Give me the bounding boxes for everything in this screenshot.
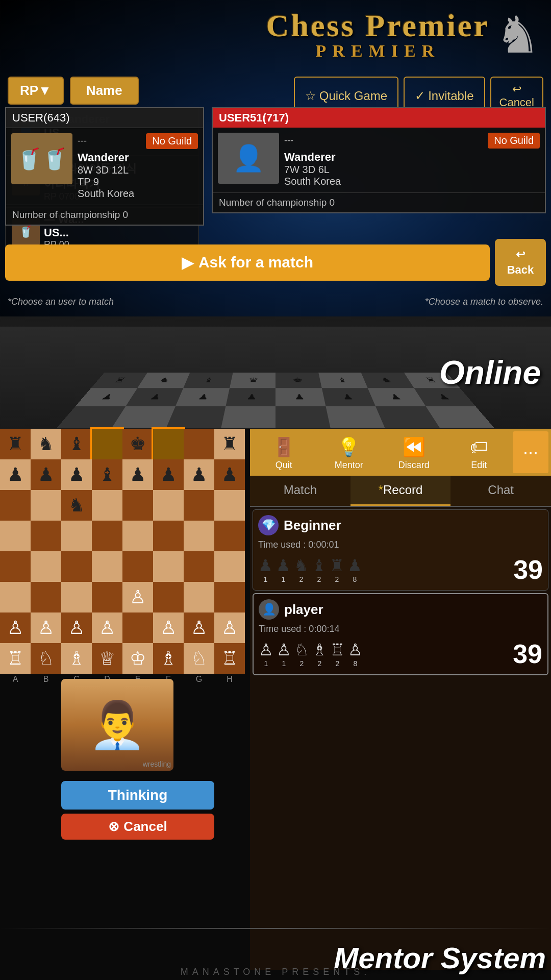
chess-cell-highlight[interactable] (92, 429, 122, 459)
back-button[interactable]: ↩ Back (495, 239, 546, 286)
chess-cell[interactable]: ♙ (0, 612, 31, 643)
ask-match-button[interactable]: ▶ Ask for a match (5, 244, 490, 281)
chess-cell[interactable] (214, 490, 245, 521)
chess-cell[interactable]: ♞ (31, 429, 61, 459)
player-score: 39 (513, 639, 542, 669)
chess-cell[interactable]: ♟ (61, 459, 92, 490)
chess-cell[interactable] (122, 521, 153, 551)
chess-cell[interactable] (92, 521, 122, 551)
chess-cell[interactable]: ♟ (122, 459, 153, 490)
name-filter-button[interactable]: Name (70, 77, 139, 105)
chess-cell[interactable] (92, 490, 122, 521)
chess-cell[interactable]: ♘ (184, 643, 214, 674)
championship-count-left: Number of championship 0 (6, 205, 203, 225)
thinking-cancel-area: Thinking ⊗ Cancel (61, 781, 214, 840)
chess-cell[interactable] (122, 612, 153, 643)
thinking-indicator: Thinking (61, 781, 214, 810)
chess-cell[interactable]: ♙ (122, 582, 153, 612)
chess-cell[interactable]: ♖ (214, 643, 245, 674)
chess-cell[interactable] (184, 490, 214, 521)
chess-cell[interactable]: ♟ (153, 459, 184, 490)
middle-board-section: ♜ ♞ ♝ ♛ ♚ ♝ ♞ ♜ ♟ ♟ ♟ ♟ ♟ ♟ ♟ ♟ Onli (0, 316, 551, 429)
chess-cell[interactable]: ♟ (214, 459, 245, 490)
chess-board[interactable]: ♜ ♞ ♝ ♚ ♜ ♟ ♟ ♟ ♝ ♟ ♟ ♟ ♟ ♞ (0, 429, 245, 674)
chess-cell[interactable] (153, 551, 184, 582)
chess-cell[interactable] (61, 551, 92, 582)
chess-cell[interactable]: ♘ (31, 643, 61, 674)
check-icon: ✓ (415, 89, 425, 103)
chess-cell[interactable] (61, 582, 92, 612)
chess-cell[interactable] (184, 521, 214, 551)
chess-cell[interactable]: ♗ (61, 643, 92, 674)
chess-cell[interactable]: ♝ (92, 459, 122, 490)
chess-cell[interactable] (184, 551, 214, 582)
undo-icon: ↩ (512, 83, 521, 96)
separator-line (0, 928, 551, 929)
chess-cell[interactable]: ♗ (153, 643, 184, 674)
edit-button[interactable]: 🏷 Edit (448, 431, 511, 473)
chess-cell[interactable]: ♙ (153, 612, 184, 643)
star-icon: ☆ (305, 89, 316, 103)
chess-cell[interactable]: ♚ (122, 429, 153, 459)
chess-cell[interactable]: ♜ (214, 429, 245, 459)
chess-cell[interactable] (0, 551, 31, 582)
chess-cell[interactable] (92, 551, 122, 582)
tab-chat[interactable]: Chat (450, 476, 551, 506)
cancel-game-button[interactable]: ⊗ Cancel (61, 814, 214, 840)
chess-cell[interactable] (61, 521, 92, 551)
chess-cell[interactable] (0, 582, 31, 612)
chess-cell[interactable] (31, 551, 61, 582)
chess-cell[interactable]: ♞ (61, 490, 92, 521)
enemy-time: Time used : 0:00:01 (258, 540, 543, 550)
chess-cell[interactable]: ♔ (122, 643, 153, 674)
chess-cell[interactable]: ♙ (184, 612, 214, 643)
chess-cell[interactable] (214, 521, 245, 551)
cancel-icon: ⊗ (108, 819, 119, 835)
hint-left: *Choose an user to match (8, 297, 114, 307)
discard-button[interactable]: ⏪ Discard (383, 431, 445, 473)
tab-match[interactable]: Match (250, 476, 350, 506)
chess-cell[interactable]: ♕ (92, 643, 122, 674)
chess-cell[interactable] (153, 521, 184, 551)
championship-count-right: Number of championship 0 (213, 192, 545, 212)
chess-cell[interactable] (0, 490, 31, 521)
chess-cell[interactable] (184, 429, 214, 459)
chess-cell[interactable]: ♟ (31, 459, 61, 490)
chess-cell[interactable] (153, 490, 184, 521)
chess-cell[interactable] (122, 490, 153, 521)
quit-button[interactable]: 🚪 Quit (253, 431, 315, 473)
chess-cell[interactable] (214, 582, 245, 612)
chess-cell[interactable]: ♙ (31, 612, 61, 643)
chess-cell-highlight[interactable] (153, 429, 184, 459)
player-name: player (284, 602, 323, 618)
tab-record[interactable]: *Record (350, 476, 451, 506)
enemy-score-panel: 💎 Beginner Time used : 0:00:01 ♟1 ♟1 ♞2 (253, 509, 548, 591)
chess-cell[interactable] (31, 490, 61, 521)
chess-cell[interactable] (153, 582, 184, 612)
rp-filter-button[interactable]: RP▼ (8, 77, 64, 105)
chess-cell[interactable] (122, 551, 153, 582)
chess-cell[interactable]: ♙ (214, 612, 245, 643)
game-toolbar: 🚪 Quit 💡 Mentor ⏪ Discard 🏷 Edit ··· (250, 429, 551, 476)
chess-cell[interactable] (31, 521, 61, 551)
chess-cell[interactable]: ♙ (92, 612, 122, 643)
chess-cell[interactable]: ♟ (184, 459, 214, 490)
chess-cell[interactable]: ♙ (61, 612, 92, 643)
mentor-button[interactable]: 💡 Mentor (318, 431, 381, 473)
chess-board-container: ♜ ♞ ♝ ♚ ♜ ♟ ♟ ♟ ♝ ♟ ♟ ♟ ♟ ♞ (0, 429, 245, 674)
chess-cell[interactable] (31, 582, 61, 612)
chess-cell[interactable]: ♝ (61, 429, 92, 459)
player-face: 👨‍💼 wrestling (61, 679, 173, 771)
play-icon: ▶ (182, 254, 193, 272)
chess-cell[interactable] (92, 582, 122, 612)
player-icon: 👤 (259, 599, 279, 620)
chess-cell[interactable] (0, 521, 31, 551)
chess-cell[interactable]: ♖ (0, 643, 31, 674)
user-card-header-right: USER51(717) (213, 108, 545, 128)
chess-cell[interactable]: ♟ (0, 459, 31, 490)
chess-cell[interactable] (184, 582, 214, 612)
more-button[interactable]: ··· (513, 431, 548, 473)
app-logo: Chess Premier PREMIER ♞ (266, 5, 541, 65)
chess-cell[interactable] (214, 551, 245, 582)
chess-cell[interactable]: ♜ (0, 429, 31, 459)
